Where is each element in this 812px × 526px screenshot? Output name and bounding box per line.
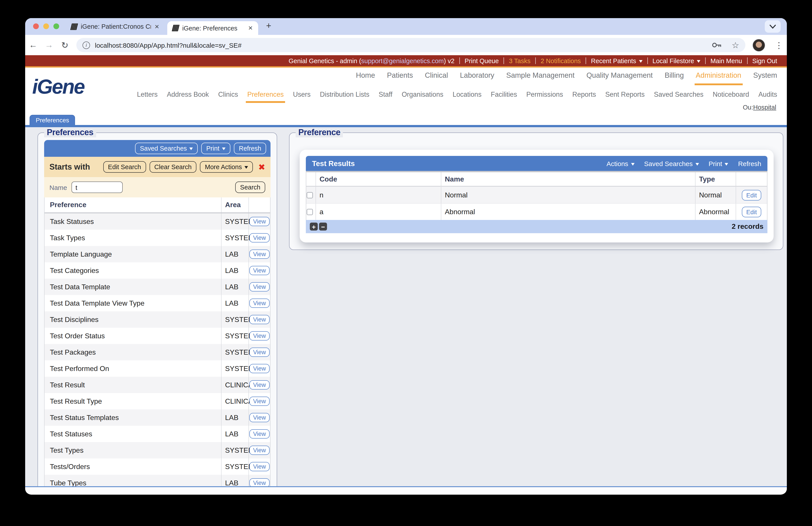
primary-nav-item[interactable]: Clinical (425, 71, 448, 80)
recent-patients-menu[interactable]: Recent Patients (591, 57, 642, 64)
preference-cell: Tube Types (45, 475, 221, 486)
column-header-area[interactable]: Area (221, 197, 249, 212)
secondary-nav-item[interactable]: Clinics (218, 90, 238, 99)
print-button[interactable]: Print (201, 143, 231, 154)
secondary-nav-item[interactable]: Letters (137, 90, 158, 99)
ou-hospital-link[interactable]: Hospital (753, 104, 776, 111)
close-window-button[interactable] (33, 24, 39, 29)
view-button[interactable]: View (249, 299, 270, 308)
view-button[interactable]: View (249, 250, 270, 259)
area-cell: SYSTEM (221, 458, 249, 475)
secondary-nav-item[interactable]: Noticeboard (713, 90, 749, 99)
back-button[interactable]: ← (25, 40, 41, 50)
primary-nav-item[interactable]: System (753, 71, 777, 80)
password-key-icon[interactable] (711, 41, 722, 49)
browser-menu-icon[interactable]: ⋮ (772, 40, 785, 50)
name-input[interactable] (72, 182, 123, 193)
close-tab-icon[interactable]: ✕ (155, 23, 159, 30)
zoom-window-button[interactable] (54, 24, 59, 29)
secondary-nav-item[interactable]: Saved Searches (654, 90, 704, 99)
view-button[interactable]: View (249, 282, 270, 292)
secondary-nav-item[interactable]: Staff (379, 90, 392, 99)
primary-nav-item[interactable]: Administration (696, 71, 741, 80)
primary-nav-item[interactable]: Quality Management (586, 71, 653, 80)
view-button[interactable]: View (249, 315, 270, 324)
column-header-type[interactable]: Type (696, 172, 736, 186)
row-checkbox[interactable] (307, 209, 313, 215)
secondary-nav-item[interactable]: Organisations (402, 90, 443, 99)
view-button[interactable]: View (249, 217, 270, 226)
view-button[interactable]: View (249, 266, 270, 275)
secondary-nav-item[interactable]: Reports (572, 90, 596, 99)
info-icon[interactable]: i (83, 41, 90, 49)
view-button[interactable]: View (249, 462, 270, 471)
main-menu-link[interactable]: Main Menu (710, 57, 742, 64)
close-tab-icon[interactable]: ✕ (248, 25, 253, 31)
column-header-preference[interactable]: Preference (45, 197, 221, 212)
account-email[interactable]: support@genialgenetics.com (361, 57, 444, 64)
local-filestore-menu[interactable]: Local Filestore (652, 57, 700, 64)
secondary-nav-item[interactable]: Address Book (167, 90, 209, 99)
view-button[interactable]: View (249, 364, 270, 373)
row-checkbox[interactable] (307, 192, 313, 198)
forward-button[interactable]: → (41, 40, 57, 50)
column-header-code[interactable]: Code (316, 172, 441, 186)
secondary-nav-item[interactable]: Preferences (247, 90, 284, 99)
print-queue-link[interactable]: Print Queue (465, 57, 499, 64)
sign-out-link[interactable]: Sign Out (752, 57, 777, 64)
browser-tab-patient[interactable]: iGene: Patient:Cronos Cronos ✕ (66, 18, 164, 35)
saved-searches-menu[interactable]: Saved Searches (644, 160, 699, 167)
primary-nav-item[interactable]: Sample Management (506, 71, 575, 80)
view-button[interactable]: View (249, 347, 270, 357)
notifications-link[interactable]: 2 Notifications (541, 57, 581, 64)
actions-menu[interactable]: Actions (607, 160, 634, 167)
view-button[interactable]: View (249, 380, 270, 389)
page-tab-preferences[interactable]: Preferences (30, 115, 75, 125)
profile-avatar[interactable] (752, 39, 765, 52)
view-button[interactable]: View (249, 397, 270, 406)
address-bar[interactable]: i localhost:8080/App/App.html?null&local… (76, 38, 745, 52)
secondary-nav-item[interactable]: Sent Reports (605, 90, 645, 99)
primary-nav-item[interactable]: Laboratory (460, 71, 494, 80)
caret-down-icon (245, 166, 248, 169)
more-actions-button[interactable]: More Actions (200, 161, 253, 173)
refresh-link[interactable]: Refresh (738, 160, 761, 167)
view-button[interactable]: View (249, 478, 270, 486)
edit-search-button[interactable]: Edit Search (103, 161, 146, 173)
primary-nav-item[interactable]: Billing (665, 71, 684, 80)
primary-nav-item[interactable]: Home (356, 71, 375, 80)
preference-cell: Test Performed On (45, 360, 221, 377)
secondary-nav-item[interactable]: Audits (758, 90, 777, 99)
edit-button[interactable]: Edit (742, 207, 761, 217)
add-record-button[interactable]: + (310, 223, 318, 230)
secondary-nav-item[interactable]: Distribution Lists (320, 90, 369, 99)
view-button[interactable]: View (249, 413, 270, 422)
close-search-icon[interactable]: ✖ (258, 162, 265, 172)
clear-search-button[interactable]: Clear Search (149, 161, 197, 173)
view-button[interactable]: View (249, 233, 270, 242)
tasks-link[interactable]: 3 Tasks (509, 57, 531, 64)
view-button[interactable]: View (249, 331, 270, 341)
remove-record-button[interactable]: − (319, 223, 327, 230)
tab-search-button[interactable] (765, 20, 781, 33)
secondary-nav-item[interactable]: Permissions (526, 90, 563, 99)
url-text[interactable]: localhost:8080/App/App.html?null&locale=… (95, 41, 702, 49)
column-header-name[interactable]: Name (441, 172, 696, 186)
secondary-nav-item[interactable]: Locations (452, 90, 481, 99)
area-cell: CLINICAL (221, 377, 249, 393)
secondary-nav-item[interactable]: Users (293, 90, 311, 99)
refresh-button[interactable]: Refresh (234, 143, 266, 154)
secondary-nav-item[interactable]: Facilities (491, 90, 517, 99)
primary-nav-item[interactable]: Patients (387, 71, 413, 80)
browser-tab-preferences[interactable]: iGene: Preferences ✕ (167, 21, 258, 35)
new-tab-button[interactable]: + (266, 21, 271, 31)
bookmark-star-icon[interactable]: ☆ (732, 40, 739, 50)
saved-searches-button[interactable]: Saved Searches (135, 143, 198, 154)
view-button[interactable]: View (249, 429, 270, 439)
print-menu[interactable]: Print (709, 160, 728, 167)
minimize-window-button[interactable] (43, 24, 49, 29)
search-button[interactable]: Search (235, 182, 265, 193)
view-button[interactable]: View (249, 446, 270, 455)
edit-button[interactable]: Edit (742, 190, 761, 200)
reload-button[interactable]: ↻ (57, 40, 73, 50)
